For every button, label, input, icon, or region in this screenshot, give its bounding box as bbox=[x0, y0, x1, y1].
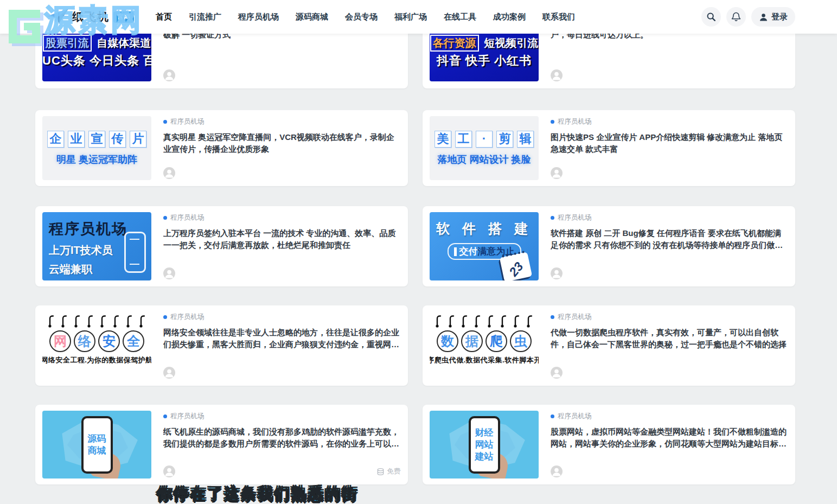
banner-line-2: 抖音 快手 小红书 bbox=[430, 53, 539, 69]
category-dot-icon bbox=[163, 120, 167, 124]
top-navbar: 纸飞机 官网 首页 引流推广 程序员机场 源码商城 会员专场 福利广场 在线工具… bbox=[0, 0, 837, 34]
hook-icon bbox=[462, 315, 468, 328]
card-category: 程序员机场 bbox=[551, 411, 788, 421]
card-description: 图片快速PS 企业宣传片 APP介绍快速剪辑 修改满意为止 落地页急速交单 款式… bbox=[551, 131, 788, 155]
person-icon bbox=[551, 167, 563, 179]
hook-icon bbox=[514, 315, 520, 328]
card-category: 程序员机场 bbox=[163, 116, 401, 126]
notifications-button[interactable] bbox=[726, 7, 746, 27]
person-icon bbox=[163, 465, 175, 477]
category-dot-icon bbox=[163, 414, 167, 418]
menu-item-online-tools[interactable]: 在线工具 bbox=[444, 12, 476, 22]
author-avatar bbox=[551, 167, 563, 179]
card-thumbnail-phone: 财经 网站 建站 bbox=[430, 411, 539, 479]
hook-icons-row bbox=[436, 314, 533, 329]
site-logo[interactable]: 纸飞机 官网 bbox=[47, 9, 134, 25]
hook-icon bbox=[436, 315, 442, 328]
card-finance-website[interactable]: 财经 网站 建站 程序员机场 股票网站，虚拟币网站等金融类型网站建站！我们不做粗… bbox=[423, 405, 795, 484]
coins-icon bbox=[376, 468, 385, 476]
category-dot-icon bbox=[163, 216, 167, 220]
card-description: 网络安全领域往往是非专业人士忽略的地方，往往是让很多的企业们损失惨重，黑客大胜而… bbox=[163, 327, 401, 350]
phone-illustration: 源码 商城 bbox=[81, 416, 113, 474]
hook-icon bbox=[126, 315, 132, 328]
card-network-security[interactable]: 网 络 安 全 网络安全工程.为你的数据保驾护航 程序员机场 网络安全领域往往是… bbox=[35, 305, 408, 386]
author-avatar bbox=[551, 267, 563, 279]
boxed-chars-row: 美 工 · 剪 辑 bbox=[435, 131, 534, 148]
card-category: 程序员机场 bbox=[551, 116, 788, 126]
video-subtitle: 你停在了这条我们熟悉的街 bbox=[157, 483, 359, 504]
card-category: 程序员机场 bbox=[163, 411, 401, 421]
card-thumbnail-phone: 源码 商城 bbox=[42, 411, 151, 479]
hook-icon bbox=[100, 315, 106, 328]
category-dot-icon bbox=[551, 315, 554, 319]
person-icon bbox=[551, 367, 563, 379]
hook-icon bbox=[48, 315, 54, 328]
card-category: 程序员机场 bbox=[551, 212, 788, 222]
search-button[interactable] bbox=[701, 7, 721, 27]
card-description: 上万程序员签约入驻本平台 一流的技术 专业的沟通、效率、品质 一一把关，交付后满… bbox=[163, 227, 401, 251]
login-button[interactable]: 登录 bbox=[751, 7, 795, 27]
category-dot-icon bbox=[551, 414, 554, 418]
hook-icon bbox=[74, 315, 80, 328]
card-thumbnail-hooks: 数 据 爬 虫 程序爬虫代做.数据代采集.软件脚本开发 bbox=[430, 311, 539, 380]
hook-icon bbox=[139, 315, 145, 328]
boxed-chars-row: 企 业 宣 传 片 bbox=[47, 131, 146, 148]
hook-icon bbox=[527, 315, 533, 328]
card-thumbnail-promo: 程序员机场 上万IT技术员 云端兼职 bbox=[42, 212, 151, 280]
banner-line-1: 股票引流 自媒体渠道 bbox=[42, 35, 151, 52]
category-dot-icon bbox=[551, 216, 554, 220]
official-badge: 官网 bbox=[113, 11, 134, 23]
category-dot-icon bbox=[163, 315, 167, 319]
card-design-editing[interactable]: 美 工 · 剪 辑 落地页 网站设计 换脸 程序员机场 图片快速PS 企业宣传片… bbox=[423, 110, 795, 186]
banner-boxed-text: 股票引流 bbox=[43, 35, 92, 52]
card-thumbnail-boxed-chars: 企 业 宣 传 片 明星 奥运冠军助阵 bbox=[42, 116, 151, 180]
free-badge: 免费 bbox=[376, 467, 401, 476]
menu-item-member-zone[interactable]: 会员专场 bbox=[345, 12, 378, 22]
card-description: 纸飞机原生的源码商城，我们没有那多鸡肋的软件源码滥竽充数，我们提供的都是多数用户… bbox=[163, 426, 401, 450]
person-icon bbox=[551, 69, 563, 81]
circled-chars-row: 数 据 爬 虫 bbox=[437, 330, 532, 352]
hook-icon bbox=[488, 315, 494, 328]
menu-item-contact-us[interactable]: 联系我们 bbox=[542, 12, 575, 22]
card-corporate-video[interactable]: 企 业 宣 传 片 明星 奥运冠军助阵 程序员机场 真实明星 奥运冠军空降直播间… bbox=[35, 110, 408, 186]
person-icon bbox=[163, 167, 175, 179]
user-icon bbox=[759, 12, 768, 22]
card-thumbnail-hooks: 网 络 安 全 网络安全工程.为你的数据保驾护航 bbox=[42, 311, 151, 380]
brand-name: 纸飞机 bbox=[72, 9, 110, 24]
thumbnail-subtitle: 明星 奥运冠军助阵 bbox=[56, 153, 137, 166]
author-avatar bbox=[163, 69, 175, 81]
menu-item-traffic[interactable]: 引流推广 bbox=[189, 12, 221, 22]
tag-bar-icon bbox=[454, 247, 457, 256]
card-thumbnail-promo: 软 件 搭 建 交付 满意为止 23 bbox=[430, 212, 539, 280]
author-avatar bbox=[551, 465, 563, 477]
card-source-code-mall[interactable]: 源码 商城 程序员机场 纸飞机原生的源码商城，我们没有那多鸡肋的软件源码滥竽充数… bbox=[35, 405, 408, 484]
author-avatar bbox=[163, 267, 175, 279]
person-icon bbox=[551, 267, 563, 279]
hook-icon bbox=[87, 315, 93, 328]
author-avatar bbox=[551, 69, 563, 81]
phone-illustration bbox=[124, 232, 146, 273]
card-description: 软件搭建 原创 二开 Bug修复 任何程序语音 要求在纸飞机都能满足你的需求 只… bbox=[551, 227, 788, 251]
thumbnail-subtitle: 落地页 网站设计 换脸 bbox=[437, 153, 531, 166]
category-dot-icon bbox=[551, 120, 554, 124]
hook-icon bbox=[61, 315, 67, 328]
hook-icons-row bbox=[48, 314, 145, 329]
author-avatar bbox=[163, 167, 175, 179]
card-description: 代做一切数据爬虫程序软件，真实有效，可量产，可以出自创软件，自己体会一下黑客世界… bbox=[551, 327, 788, 350]
menu-item-welfare-plaza[interactable]: 福利广场 bbox=[394, 12, 427, 22]
menu-item-source-mall[interactable]: 源码商城 bbox=[296, 12, 328, 22]
card-data-crawler[interactable]: 数 据 爬 虫 程序爬虫代做.数据代采集.软件脚本开发 程序员机场 代做一切数据… bbox=[423, 305, 795, 386]
login-label: 登录 bbox=[771, 12, 788, 22]
menu-item-programmer-airport[interactable]: 程序员机场 bbox=[238, 12, 279, 22]
card-software-building[interactable]: 软 件 搭 建 交付 满意为止 23 程序员机场 软件搭建 原创 二开 Bug修… bbox=[423, 206, 795, 286]
card-category: 程序员机场 bbox=[163, 311, 401, 322]
paper-plane-icon bbox=[47, 9, 68, 25]
card-programmer-airport[interactable]: 程序员机场 上万IT技术员 云端兼职 程序员机场 上万程序员签约入驻本平台 一流… bbox=[35, 206, 408, 286]
card-description: 股票网站，虚拟币网站等金融类型网站建站！我们不做粗制滥造的网站，网站事关你的企业… bbox=[551, 426, 788, 450]
search-icon bbox=[706, 11, 717, 22]
menu-item-home[interactable]: 首页 bbox=[156, 12, 172, 22]
hook-icon bbox=[475, 315, 481, 328]
author-avatar bbox=[163, 465, 175, 477]
menu-item-success-cases[interactable]: 成功案例 bbox=[493, 12, 526, 22]
card-category: 程序员机场 bbox=[551, 311, 788, 322]
